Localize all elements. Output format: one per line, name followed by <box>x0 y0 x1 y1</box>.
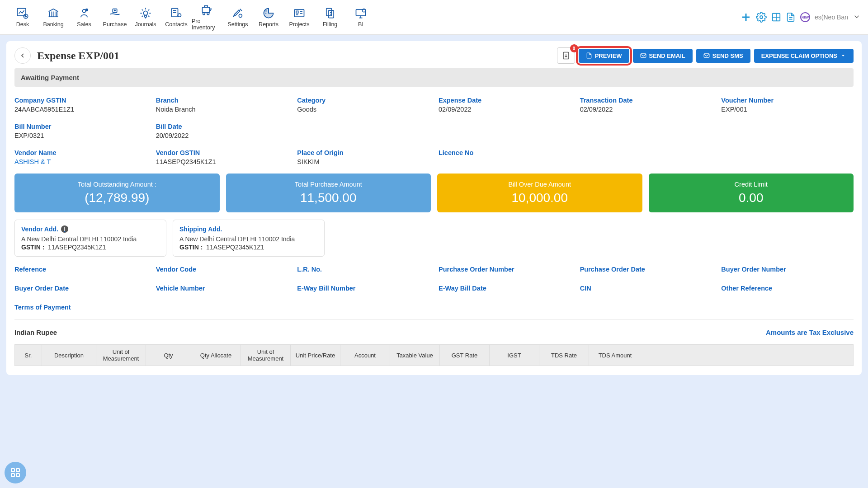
send-email-button[interactable]: SEND EMAIL <box>633 49 693 63</box>
meta-label: Vendor Code <box>156 266 288 273</box>
detail-value: Noida Branch <box>156 106 288 113</box>
table-header-cell: Description <box>42 345 96 366</box>
nav-banking[interactable]: Banking <box>38 4 69 31</box>
detail-item: Expense Date02/09/2022 <box>439 97 571 113</box>
document-icon[interactable] <box>786 12 796 22</box>
address-row: Vendor Add. iA New Delhi Central DELHI 1… <box>6 220 862 266</box>
svg-rect-16 <box>326 9 332 16</box>
nav-label: Projects <box>289 21 309 28</box>
nav-label: Reports <box>259 21 278 28</box>
nav-icon <box>231 7 244 19</box>
nav-icon <box>201 4 213 16</box>
summary-box: Total Outstanding Amount :(12,789.99) <box>14 174 220 212</box>
nav-label: BI <box>358 21 363 28</box>
detail-item: Place of OriginSIKKIM <box>297 149 429 165</box>
currency-label: Indian Rupee <box>14 328 57 336</box>
attachment-button[interactable]: 0 <box>557 47 575 64</box>
nav-pro-inventory[interactable]: Pro Inventory <box>192 4 222 31</box>
detail-label: Branch <box>156 97 288 104</box>
meta-item: Purchase Order Date <box>580 266 712 275</box>
detail-item: BranchNoida Branch <box>156 97 288 113</box>
nav-label: Contacts <box>165 21 187 28</box>
svg-point-20 <box>760 16 763 19</box>
detail-item: Voucher NumberEXP/001 <box>721 97 854 113</box>
table-header-cell: Unit Price/Rate <box>291 345 340 366</box>
detail-item: Bill Date20/09/2022 <box>156 123 288 139</box>
meta-label: Purchase Order Date <box>580 266 712 273</box>
nav-icon <box>354 7 367 19</box>
nav-filling[interactable]: Filling <box>315 4 345 31</box>
header-actions: 0 PREVIEW SEND EMAIL SEND SMS EXPENSE CL… <box>557 47 854 64</box>
nav-settings[interactable]: Settings <box>222 4 253 31</box>
nav-icon <box>16 7 29 19</box>
calculator-icon[interactable] <box>771 12 781 22</box>
meta-item: CIN <box>580 285 712 294</box>
meta-item: Buyer Order Date <box>14 285 147 294</box>
summary-label: Bill Over Due Amount <box>442 181 638 188</box>
detail-label: Expense Date <box>439 97 571 104</box>
nav-label: Journals <box>135 21 156 28</box>
detail-item <box>439 123 571 139</box>
meta-label: Purchase Order Number <box>439 266 571 273</box>
meta-item: Vehicle Number <box>156 285 288 294</box>
summary-label: Total Outstanding Amount : <box>19 181 215 188</box>
summary-value: 11,500.00 <box>231 191 427 205</box>
svg-rect-18 <box>356 9 366 16</box>
table-header-cell: Sr. <box>15 345 42 366</box>
nav-label: Desk <box>16 21 29 28</box>
table-header-cell: Taxable Value <box>390 345 440 366</box>
nav-bi[interactable]: BI <box>345 4 376 31</box>
back-button[interactable] <box>14 47 31 64</box>
table-header-cell: Qty Allocate <box>191 345 241 366</box>
plus-icon[interactable] <box>741 12 751 23</box>
meta-label: L.R. No. <box>297 266 429 273</box>
nav-label: Filling <box>323 21 338 28</box>
detail-item <box>580 149 712 165</box>
info-icon[interactable]: i <box>61 225 68 233</box>
address-title[interactable]: Shipping Add. <box>179 225 222 233</box>
summary-box: Total Purchase Amount11,500.00 <box>226 174 431 212</box>
nav-contacts[interactable]: Contacts <box>161 4 192 31</box>
new-badge-icon[interactable]: NEW <box>800 12 810 22</box>
svg-point-11 <box>203 13 205 15</box>
preview-button[interactable]: PREVIEW <box>579 49 629 63</box>
mail-icon <box>640 52 646 59</box>
content: Expense EXP/001 0 PREVIEW SEND EMAIL SEN… <box>0 35 868 381</box>
svg-rect-15 <box>296 11 298 13</box>
address-text: A New Delhi Central DELHI 110002 India <box>179 235 318 243</box>
nav-projects[interactable]: Projects <box>284 4 315 31</box>
send-sms-button[interactable]: SEND SMS <box>696 49 750 63</box>
nav-reports[interactable]: Reports <box>253 4 284 31</box>
detail-label: Transaction Date <box>580 97 712 104</box>
meta-label: Buyer Order Number <box>721 266 854 273</box>
meta-grid: ReferenceVendor CodeL.R. No.Purchase Ord… <box>6 266 862 319</box>
table-header-cell: TDS Rate <box>539 345 589 366</box>
nav-purchase[interactable]: Purchase <box>99 4 130 31</box>
nav-journals[interactable]: Journals <box>130 4 161 31</box>
detail-value: 20/09/2022 <box>156 132 288 139</box>
detail-label: Bill Date <box>156 123 288 130</box>
claim-options-label: EXPENSE CLAIM OPTIONS <box>761 52 837 59</box>
meta-label: E-Way Bill Date <box>439 285 571 292</box>
detail-value[interactable]: ASHISH & T <box>14 158 147 165</box>
meta-item: Terms of Payment <box>14 304 147 313</box>
nav-label: Banking <box>43 21 63 28</box>
nav-sales[interactable]: Sales <box>69 4 99 31</box>
address-text: A New Delhi Central DELHI 110002 India <box>21 235 160 243</box>
nav-desk[interactable]: Desk <box>7 4 38 31</box>
detail-value: 02/09/2022 <box>580 106 712 113</box>
svg-point-7 <box>145 15 147 18</box>
svg-rect-22 <box>773 14 776 17</box>
gear-icon[interactable] <box>756 12 767 23</box>
chevron-down-icon[interactable] <box>853 13 861 22</box>
meta-item: Other Reference <box>721 285 854 294</box>
summary-box: Credit Limit0.00 <box>649 174 854 212</box>
attachment-badge: 0 <box>570 44 578 52</box>
detail-item: Vendor GSTIN11ASEPQ2345K1Z1 <box>156 149 288 165</box>
svg-point-12 <box>207 13 209 15</box>
detail-label: Company GSTIN <box>14 97 147 104</box>
expense-claim-options-button[interactable]: EXPENSE CLAIM OPTIONS <box>754 49 854 63</box>
detail-item: Licence No <box>439 149 571 165</box>
address-title[interactable]: Vendor Add. i <box>21 225 68 233</box>
detail-item <box>721 123 854 139</box>
